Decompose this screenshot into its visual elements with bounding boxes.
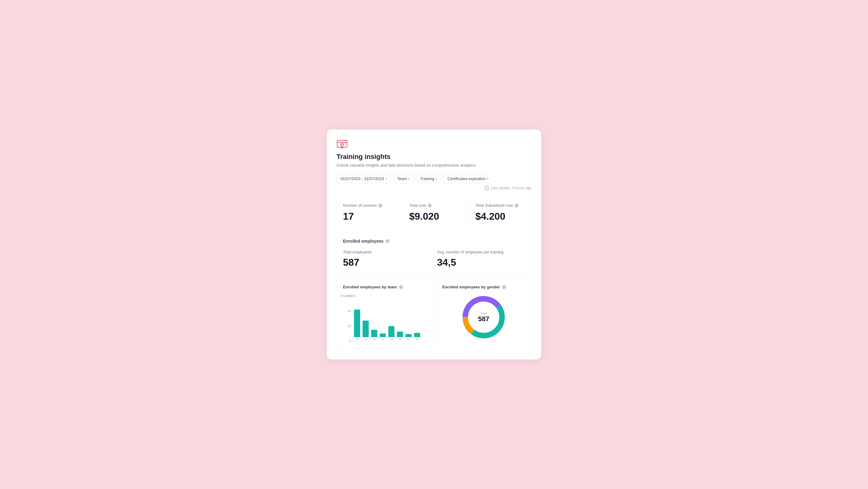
x-label-2: T3: [371, 338, 377, 341]
bar-4: [388, 326, 395, 337]
bottom-row: Enrolled employees by team i Employees 6…: [337, 278, 531, 350]
courses-label: Number of courses i: [343, 203, 393, 208]
total-employees-label: Total employees: [343, 250, 431, 254]
subsidized-cost-value: $4.200: [475, 211, 525, 222]
stats-row: Number of courses i 17 Total cost i $9.0…: [337, 197, 531, 229]
chevron-down-icon: ▾: [487, 177, 489, 180]
info-icon[interactable]: i: [399, 285, 403, 289]
clock-icon: 🕐: [484, 185, 489, 191]
courses-value: 17: [343, 211, 393, 222]
bar-chart: Employees 60 40 20 0: [343, 294, 426, 343]
last-update: 🕐 Last update: 4 hours ago: [484, 185, 531, 191]
chevron-down-icon: ▾: [408, 177, 409, 180]
subsidized-cost-label: Total Subsidized cost i: [475, 203, 525, 208]
info-icon[interactable]: i: [385, 239, 390, 243]
donut-chart: Total 587: [442, 294, 525, 340]
gender-chart-title: Enrolled employees by gender i: [442, 285, 525, 289]
x-label-0: T1: [354, 338, 360, 341]
bar-3: [380, 334, 386, 337]
bar-6: [405, 334, 412, 337]
page-subtitle: Unlock valuable insights and take decisi…: [337, 163, 531, 168]
enrolled-card: Enrolled employees i Total employees 587…: [337, 232, 531, 275]
bar-0: [354, 310, 360, 337]
enrolled-metrics: Total employees 587 Avg. number of emplo…: [343, 250, 525, 268]
x-label-5: T6: [397, 338, 403, 341]
team-filter[interactable]: Team ▾: [393, 174, 414, 183]
bar-2: [371, 330, 377, 337]
page-title: Training insights: [337, 153, 531, 161]
bar-5: [397, 332, 403, 337]
training-filter[interactable]: Training ▾: [416, 174, 441, 183]
donut-total: Total 587: [478, 312, 490, 323]
info-icon[interactable]: i: [378, 203, 382, 208]
gender-chart-card: Enrolled employees by gender i Total 587: [436, 278, 531, 350]
total-employees-metric: Total employees 587: [343, 250, 431, 268]
dashboard: Training insights Unlock valuable insigh…: [327, 130, 541, 359]
avg-employees-metric: Avg. number of employee per training 34,…: [437, 250, 525, 268]
enrolled-header: Enrolled employees i: [343, 239, 525, 243]
filters-row: 01/07/2023 - 31/07/2023 ▾ Team ▾ Trainin…: [337, 174, 531, 191]
chevron-down-icon: ▾: [385, 177, 387, 180]
total-employees-value: 587: [343, 257, 431, 268]
certificates-filter[interactable]: Certificates expiration ▾: [443, 174, 493, 183]
total-cost-label: Total cost i: [409, 203, 459, 208]
avg-employees-label: Avg. number of employee per training: [437, 250, 525, 254]
x-label-4: T5: [388, 338, 395, 341]
bar-7: [414, 333, 420, 337]
info-icon[interactable]: i: [502, 285, 506, 289]
date-range-filter[interactable]: 01/07/2023 - 31/07/2023 ▾: [337, 174, 391, 183]
info-icon[interactable]: i: [428, 203, 432, 208]
courses-card: Number of courses i 17: [337, 197, 399, 229]
team-chart-title: Enrolled employees by team i: [343, 285, 426, 289]
x-label-7: T8: [414, 338, 420, 341]
team-chart-card: Enrolled employees by team i Employees 6…: [337, 278, 432, 350]
x-label-3: T4: [380, 338, 386, 341]
x-axis-labels: T1T2T3T4T5T6T7T8: [343, 338, 426, 341]
chevron-down-icon: ▾: [436, 177, 437, 180]
x-label-1: T2: [363, 338, 369, 341]
bar-1: [363, 321, 369, 337]
avg-employees-value: 34,5: [437, 257, 525, 268]
total-cost-card: Total cost i $9.020: [403, 197, 465, 229]
bar-chart-wrap: [343, 294, 426, 337]
svg-point-3: [341, 144, 343, 145]
info-icon[interactable]: i: [514, 203, 519, 208]
app-logo: [337, 139, 531, 153]
total-cost-value: $9.020: [409, 211, 459, 222]
x-label-6: T7: [405, 338, 412, 341]
subsidized-cost-card: Total Subsidized cost i $4.200: [469, 197, 531, 229]
